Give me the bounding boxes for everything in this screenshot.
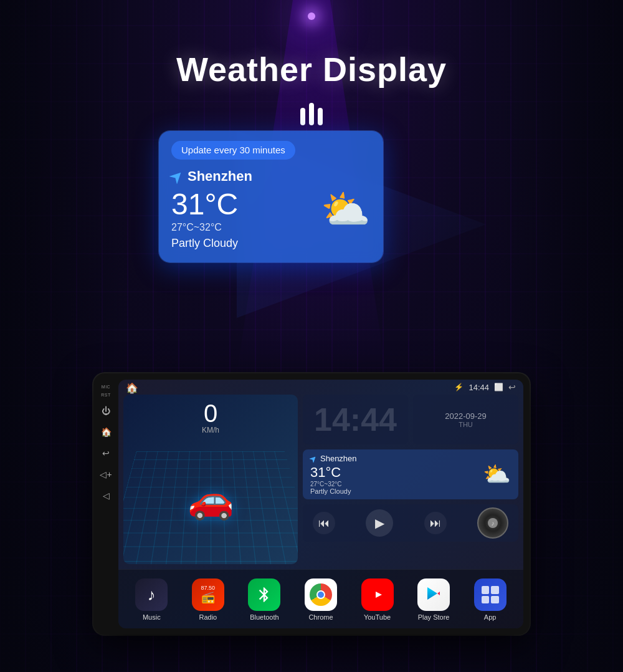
back-side-button[interactable]: ↩: [97, 444, 115, 462]
volume-down-button[interactable]: ◁: [97, 487, 115, 504]
weather-range: 27°C~32°C: [171, 222, 252, 233]
car-icon: 🚗: [188, 478, 234, 522]
weather-mini-temp: 31°C: [310, 464, 357, 481]
app-icon-radio: 87.50 📻: [192, 578, 224, 611]
app-icon-music: ♪: [135, 578, 168, 611]
app-icon-playstore: [417, 578, 450, 611]
app-label-radio: Radio: [199, 613, 217, 621]
app-item-playstore[interactable]: Play Store: [415, 576, 452, 623]
head-unit-outer: MIC RST ⏻ 🏠 ↩ ◁+ ◁ 🏠 ⚡ 14:44 ⬜ ↩ 0: [93, 373, 530, 635]
app-grid-cell-4: [491, 596, 499, 604]
deco-bars: [300, 103, 323, 125]
usb-icon: ⚡: [454, 383, 464, 391]
deco-bar-2: [309, 103, 314, 125]
app-dock: ♪ Music 87.50 📻 Radio: [118, 569, 523, 628]
deco-bar-3: [318, 108, 323, 125]
play-button[interactable]: ▶: [366, 509, 393, 537]
page-title: Weather Display: [0, 50, 623, 89]
screen-icon: ⬜: [494, 383, 503, 391]
top-right: 14:44 2022-09-29 THU: [303, 395, 518, 444]
app-item-chrome[interactable]: Chrome: [302, 576, 340, 623]
app-icon-app: [474, 578, 506, 611]
chrome-center: [316, 590, 325, 599]
home-side-button[interactable]: 🏠: [97, 423, 115, 441]
power-button[interactable]: ⏻: [97, 402, 115, 420]
left-panel: 0 KM/h 🚗: [123, 395, 298, 564]
app-icon-bluetooth: [248, 578, 280, 611]
app-grid-cell-1: [482, 586, 490, 594]
speed-unit: KM/h: [202, 426, 219, 434]
weather-icon-big: ⛅: [321, 190, 371, 229]
car-visual: 🚗: [123, 434, 298, 564]
app-label-music: Music: [143, 613, 161, 621]
weather-mini-info: Shenzhen 31°C 27°C~32°C Partly Cloudy: [310, 454, 357, 495]
nav-icon-small: [309, 454, 318, 463]
status-back-button[interactable]: ↩: [508, 382, 516, 392]
weather-mini-range: 27°C~32°C: [310, 481, 357, 487]
app-grid: [482, 586, 499, 603]
weather-temp: 31°C: [171, 190, 252, 219]
mic-label: MIC: [102, 385, 110, 389]
weather-update-badge: Update every 30 minutes: [171, 141, 295, 160]
speed-ghost-value: 14:44: [314, 403, 397, 436]
nav-icon: [169, 168, 184, 184]
right-panel: 14:44 2022-09-29 THU Shenzhen: [298, 395, 518, 564]
radio-content: 87.50 📻: [201, 585, 216, 604]
music-player: ⏮ ▶ ⏭ ♪: [303, 504, 518, 542]
date-display: 2022-09-29 THU: [413, 395, 518, 444]
app-label-bluetooth: Bluetooth: [250, 613, 278, 621]
next-button[interactable]: ⏭: [424, 512, 447, 534]
weather-mini-desc: Partly Cloudy: [310, 487, 357, 495]
app-label-app: App: [484, 613, 497, 621]
day-text: THU: [459, 421, 473, 428]
status-time: 14:44: [468, 383, 489, 392]
app-icon-youtube: [361, 578, 394, 611]
rst-label: RST: [101, 393, 111, 397]
app-item-radio[interactable]: 87.50 📻 Radio: [189, 576, 227, 623]
speed-ghost-display: 14:44: [303, 395, 408, 444]
screen: 🏠 ⚡ 14:44 ⬜ ↩ 0 KM/h 🚗: [118, 380, 523, 628]
weather-mini-icon: ⛅: [483, 461, 511, 487]
weather-mini-city: Shenzhen: [310, 454, 357, 463]
weather-popup-body: Shenzhen 31°C 27°C~32°C Partly Cloudy ⛅: [171, 168, 371, 250]
status-bar: 🏠 ⚡ 14:44 ⬜ ↩: [118, 380, 523, 395]
chrome-ring: [310, 583, 332, 606]
weather-description: Partly Cloudy: [171, 237, 252, 250]
tunnel-glow: [308, 12, 315, 20]
app-label-chrome: Chrome: [308, 613, 333, 621]
app-item-youtube[interactable]: YouTube: [359, 576, 396, 623]
deco-bar-1: [300, 108, 305, 125]
weather-popup-info: Shenzhen 31°C 27°C~32°C Partly Cloudy: [171, 168, 252, 250]
app-item-music[interactable]: ♪ Music: [133, 576, 170, 623]
music-disc-inner: ♪: [488, 518, 498, 528]
main-content: 0 KM/h 🚗 14:44 2022-09-2: [118, 395, 523, 569]
weather-city: Shenzhen: [171, 168, 252, 185]
app-label-playstore: Play Store: [418, 613, 450, 621]
app-icon-chrome: [305, 578, 337, 611]
music-disc: ♪: [477, 507, 508, 539]
prev-button[interactable]: ⏮: [313, 512, 335, 534]
app-item-app[interactable]: App: [472, 576, 509, 623]
date-text: 2022-09-29: [445, 411, 487, 421]
home-button[interactable]: 🏠: [126, 382, 138, 394]
side-controls: MIC RST ⏻ 🏠 ↩ ◁+ ◁: [93, 380, 118, 628]
speed-display: 0: [204, 401, 217, 426]
app-grid-cell-2: [491, 586, 499, 594]
app-label-youtube: YouTube: [364, 613, 391, 621]
weather-mini-card: Shenzhen 31°C 27°C~32°C Partly Cloudy ⛅: [303, 449, 518, 499]
weather-popup: Update every 30 minutes Shenzhen 31°C 27…: [159, 131, 383, 262]
app-grid-cell-3: [482, 596, 490, 604]
volume-up-button[interactable]: ◁+: [97, 466, 115, 483]
app-item-bluetooth[interactable]: Bluetooth: [245, 576, 283, 623]
head-unit: MIC RST ⏻ 🏠 ↩ ◁+ ◁ 🏠 ⚡ 14:44 ⬜ ↩ 0: [93, 373, 530, 635]
